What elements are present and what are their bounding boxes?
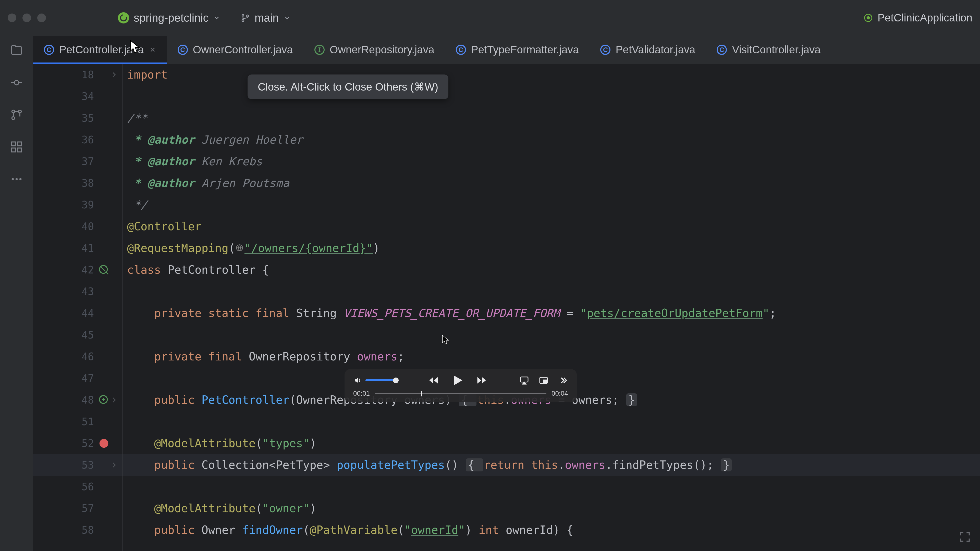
- bean-gutter-icon[interactable]: [98, 264, 110, 276]
- svg-rect-12: [18, 148, 21, 152]
- line-number: 36: [82, 134, 94, 146]
- run-config-name: PetClinicApplication: [878, 12, 972, 24]
- url-mapping-icon[interactable]: [235, 244, 245, 253]
- project-name: spring-petclinic: [134, 11, 208, 24]
- svg-rect-10: [18, 142, 21, 146]
- tab-ownerrepository[interactable]: OwnerRepository.java: [304, 36, 445, 64]
- commit-tool-button[interactable]: [10, 76, 24, 90]
- run-target-icon: [863, 13, 873, 23]
- close-tab-tooltip: Close. Alt-Click to Close Others (⌘W): [248, 75, 449, 99]
- svg-point-1: [242, 20, 244, 22]
- line-number: 52: [82, 437, 94, 449]
- svg-point-7: [19, 110, 21, 113]
- progress-bar[interactable]: [375, 393, 546, 394]
- svg-rect-20: [520, 377, 528, 382]
- tool-window-bar: [0, 36, 33, 551]
- tab-label: PetValidator.java: [616, 44, 695, 56]
- svg-point-4: [867, 17, 870, 19]
- project-tool-button[interactable]: [10, 43, 24, 58]
- svg-point-8: [12, 117, 15, 120]
- play-button[interactable]: [450, 373, 465, 388]
- svg-point-13: [12, 178, 14, 180]
- project-selector[interactable]: spring-petclinic: [112, 10, 226, 26]
- line-number: 43: [82, 286, 94, 297]
- tab-visitcontroller[interactable]: VisitController.java: [706, 36, 831, 64]
- forward-button[interactable]: [476, 374, 488, 386]
- line-number: 35: [82, 112, 94, 124]
- fold-icon[interactable]: [110, 461, 118, 469]
- rewind-button[interactable]: [428, 374, 440, 386]
- editor-tabs: PetController.java OwnerController.java …: [33, 36, 980, 64]
- more-tool-button[interactable]: [10, 172, 24, 186]
- tab-petvalidator[interactable]: PetValidator.java: [590, 36, 706, 64]
- java-class-icon: [178, 44, 188, 55]
- zoom-window-icon[interactable]: [37, 14, 46, 22]
- more-icon[interactable]: [558, 375, 568, 386]
- title-bar: spring-petclinic main PetClinicApplicati…: [0, 0, 980, 36]
- video-player-controls[interactable]: 00:01 00:04: [345, 369, 577, 402]
- svg-rect-22: [544, 380, 547, 383]
- minimize-window-icon[interactable]: [22, 14, 31, 22]
- git-branch-icon: [241, 13, 250, 22]
- line-number: 37: [82, 156, 94, 167]
- java-interface-icon: [314, 44, 325, 55]
- spring-logo-icon: [118, 12, 129, 24]
- line-number: 46: [82, 351, 94, 362]
- line-number: 18: [82, 69, 94, 81]
- java-class-icon: [717, 44, 727, 55]
- java-class-icon: [456, 44, 466, 55]
- svg-point-6: [12, 110, 15, 113]
- line-number: 56: [82, 481, 94, 492]
- svg-point-0: [242, 14, 244, 16]
- fold-icon[interactable]: [110, 70, 118, 79]
- fold-icon[interactable]: [110, 395, 118, 404]
- tab-label: OwnerRepository.java: [330, 44, 434, 56]
- close-window-icon[interactable]: [8, 14, 16, 22]
- line-number: 38: [82, 177, 94, 189]
- line-number: 51: [82, 416, 94, 427]
- svg-rect-11: [12, 148, 16, 152]
- editor-gutter: 18 34 35 36 37 38 39 40 41 42 43 44 45 4…: [33, 64, 123, 551]
- volume-control[interactable]: [353, 376, 396, 385]
- window-controls[interactable]: [8, 14, 46, 22]
- pip-icon[interactable]: [538, 375, 549, 386]
- tooltip-text: Close. Alt-Click to Close Others (⌘W): [258, 81, 438, 93]
- volume-icon[interactable]: [353, 376, 363, 385]
- svg-point-15: [19, 178, 22, 180]
- close-tab-icon[interactable]: [149, 46, 156, 53]
- structure-tool-button[interactable]: [10, 108, 24, 122]
- tab-label: PetController.java: [59, 44, 144, 56]
- java-class-icon: [44, 44, 54, 55]
- tab-label: PetTypeFormatter.java: [471, 44, 579, 56]
- line-number: 34: [82, 91, 94, 102]
- tab-petcontroller[interactable]: PetController.java: [33, 36, 167, 64]
- java-class-icon: [600, 44, 611, 55]
- airplay-icon[interactable]: [519, 375, 529, 386]
- line-number: 58: [82, 524, 94, 536]
- line-number: 41: [82, 242, 94, 254]
- line-number: 40: [82, 221, 94, 232]
- chevron-down-icon: [213, 14, 220, 21]
- code-content[interactable]: Close. Alt-Click to Close Others (⌘W) im…: [123, 64, 980, 551]
- svg-point-5: [14, 80, 19, 85]
- tab-label: OwnerController.java: [193, 44, 293, 56]
- breakpoint-icon[interactable]: [98, 437, 110, 449]
- tab-ownercontroller[interactable]: OwnerController.java: [167, 36, 304, 64]
- run-configuration[interactable]: PetClinicApplication: [863, 12, 972, 24]
- code-editor[interactable]: 18 34 35 36 37 38 39 40 41 42 43 44 45 4…: [33, 64, 980, 551]
- line-number: 45: [82, 329, 94, 341]
- volume-slider[interactable]: [366, 380, 396, 381]
- services-tool-button[interactable]: [10, 140, 24, 154]
- svg-rect-9: [12, 142, 16, 146]
- current-time: 00:01: [353, 389, 370, 397]
- autowired-gutter-icon[interactable]: [98, 394, 110, 406]
- line-number: 57: [82, 503, 94, 514]
- line-number: 44: [82, 307, 94, 319]
- tab-pettypeformatter[interactable]: PetTypeFormatter.java: [445, 36, 590, 64]
- svg-point-18: [100, 439, 108, 448]
- line-number: 42: [82, 264, 94, 276]
- branch-selector[interactable]: main: [235, 10, 296, 26]
- line-number: 47: [82, 372, 94, 384]
- fullscreen-icon[interactable]: [959, 530, 971, 543]
- line-number: 53: [82, 459, 94, 471]
